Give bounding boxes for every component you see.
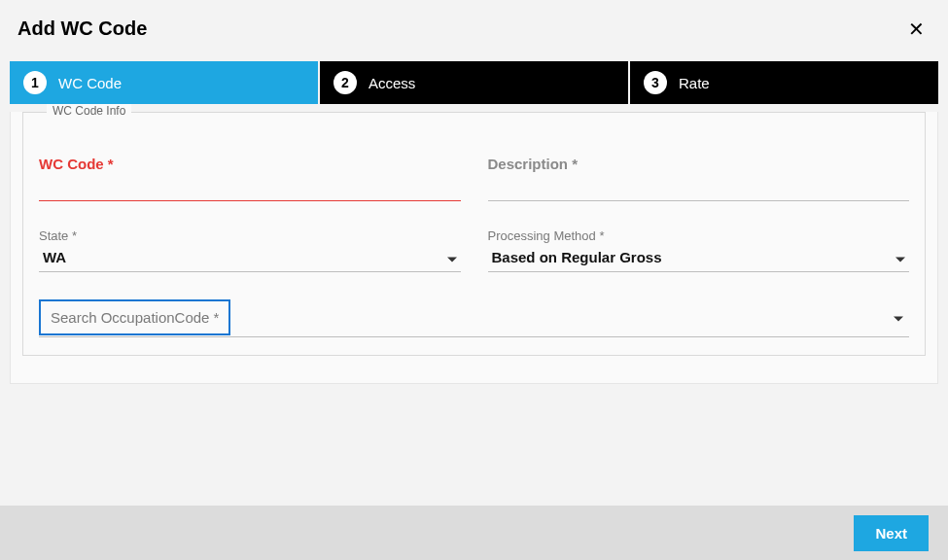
step-number-1: 1 [23, 71, 47, 94]
form-row-1: WC Code * Description * [39, 156, 909, 201]
content-area: WC Code Info WC Code * Description * Sta… [10, 112, 938, 384]
close-icon[interactable]: ✕ [908, 19, 925, 39]
step-wc-code[interactable]: 1 WC Code [10, 61, 318, 104]
fieldset-legend: WC Code Info [47, 104, 131, 118]
form-row-2: State * WA Processing Method * Based on … [39, 228, 909, 272]
chevron-down-icon [894, 316, 903, 321]
dialog-title: Add WC Code [18, 18, 147, 40]
description-label: Description * [488, 156, 910, 172]
step-number-2: 2 [334, 71, 357, 94]
state-select[interactable]: WA [39, 245, 461, 272]
description-input[interactable] [488, 174, 910, 201]
dialog-footer: Next [0, 506, 948, 560]
step-access[interactable]: 2 Access [320, 61, 628, 104]
occupation-placeholder: Search OccupationCode * [39, 299, 230, 335]
occupation-field[interactable]: Search OccupationCode * [39, 299, 909, 335]
fieldset-wc-code-info: WC Code Info WC Code * Description * Sta… [22, 112, 926, 356]
dialog-header: Add WC Code ✕ [0, 0, 948, 53]
wc-code-input[interactable] [39, 174, 461, 201]
state-label: State * [39, 228, 461, 243]
wc-code-field: WC Code * [39, 156, 461, 201]
state-field: State * WA [39, 228, 461, 272]
state-value: WA [39, 245, 461, 272]
processing-method-value: Based on Regular Gross [488, 245, 910, 272]
description-field: Description * [488, 156, 910, 201]
processing-method-select[interactable]: Based on Regular Gross [488, 245, 910, 272]
processing-method-field: Processing Method * Based on Regular Gro… [488, 228, 910, 272]
step-label-wc-code: WC Code [58, 75, 122, 91]
chevron-down-icon [447, 258, 457, 262]
step-label-access: Access [369, 75, 415, 91]
step-rate[interactable]: 3 Rate [630, 61, 938, 104]
processing-method-label: Processing Method * [488, 228, 910, 243]
wc-code-label: WC Code * [39, 156, 461, 172]
next-button[interactable]: Next [854, 515, 929, 551]
chevron-down-icon [895, 258, 905, 262]
step-number-3: 3 [644, 71, 667, 94]
occupation-underline [39, 336, 909, 337]
step-label-rate: Rate [679, 75, 710, 91]
wizard-steps: 1 WC Code 2 Access 3 Rate [10, 61, 938, 104]
